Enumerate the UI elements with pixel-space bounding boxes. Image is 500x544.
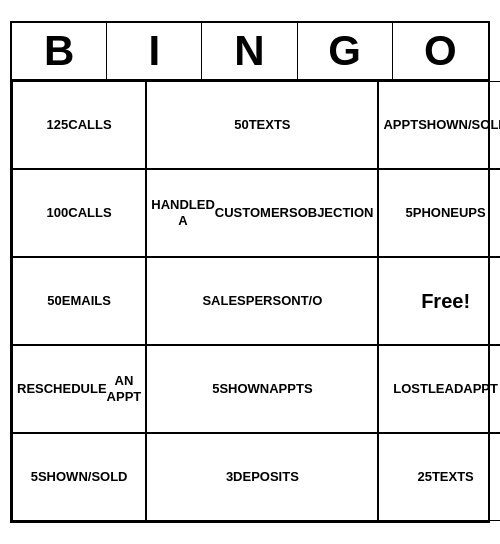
cell-text: CALLS — [68, 205, 111, 221]
cell-text: 5 — [31, 469, 38, 485]
cell-text: LOST — [393, 381, 428, 397]
cell-text: PERSON — [246, 293, 301, 309]
cell-text: LEAD — [428, 381, 463, 397]
cell-text: 50 — [47, 293, 61, 309]
cell-text: CUSTOMERS — [215, 205, 298, 221]
cell-text: TEXTS — [432, 469, 474, 485]
bingo-cell-r4c3[interactable]: LOSTLEADAPPT — [378, 345, 500, 433]
cell-text: SHOWN — [219, 381, 269, 397]
cell-text: PHONE — [413, 205, 459, 221]
cell-text: 5 — [212, 381, 219, 397]
cell-text: APPT — [383, 117, 418, 133]
cell-text: SALES — [202, 293, 245, 309]
cell-text: 25 — [417, 469, 431, 485]
cell-text: TEXTS — [249, 117, 291, 133]
cell-text: EMAILS — [62, 293, 111, 309]
cell-text: CALLS — [68, 117, 111, 133]
bingo-cell-r3c1[interactable]: 50EMAILS — [12, 257, 146, 345]
bingo-letter-i: I — [107, 23, 202, 79]
bingo-grid: 125CALLS50TEXTSAPPTSHOWN/SOLDDEPOSITSAME… — [12, 81, 488, 521]
cell-text: 3 — [226, 469, 233, 485]
bingo-letter-o: O — [393, 23, 488, 79]
cell-text: T/O — [301, 293, 323, 309]
cell-text: 50 — [234, 117, 248, 133]
cell-text: APPTS — [269, 381, 312, 397]
bingo-letter-b: B — [12, 23, 107, 79]
cell-text: AN APPT — [107, 373, 142, 404]
bingo-cell-r1c3[interactable]: APPTSHOWN/SOLD — [378, 81, 500, 169]
bingo-cell-r3c2[interactable]: SALESPERSONT/O — [146, 257, 378, 345]
bingo-cell-r4c1[interactable]: RESCHEDULEAN APPT — [12, 345, 146, 433]
bingo-cell-r2c1[interactable]: 100CALLS — [12, 169, 146, 257]
bingo-header: BINGO — [12, 23, 488, 81]
bingo-cell-r3c3[interactable]: Free! — [378, 257, 500, 345]
cell-text: HANDLED A — [151, 197, 215, 228]
bingo-cell-r4c2[interactable]: 5SHOWNAPPTS — [146, 345, 378, 433]
cell-text: 5 — [406, 205, 413, 221]
cell-text: Free! — [421, 289, 470, 313]
cell-text: APPT — [463, 381, 498, 397]
cell-text: /SOLD — [468, 117, 500, 133]
cell-text: 125 — [47, 117, 69, 133]
bingo-letter-g: G — [298, 23, 393, 79]
bingo-cell-r2c3[interactable]: 5PHONEUPS — [378, 169, 500, 257]
bingo-cell-r1c2[interactable]: 50TEXTS — [146, 81, 378, 169]
bingo-letter-n: N — [202, 23, 297, 79]
cell-text: SHOWN/SOLD — [38, 469, 128, 485]
cell-text: DEPOSITS — [233, 469, 299, 485]
cell-text: SHOWN — [418, 117, 468, 133]
bingo-cell-r5c1[interactable]: 5SHOWN/SOLD — [12, 433, 146, 521]
cell-text: 100 — [47, 205, 69, 221]
cell-text: UPS — [459, 205, 486, 221]
bingo-cell-r2c2[interactable]: HANDLED ACUSTOMERSOBJECTION — [146, 169, 378, 257]
cell-text: RESCHEDULE — [17, 381, 107, 397]
cell-text: OBJECTION — [298, 205, 374, 221]
bingo-cell-r5c3[interactable]: 25TEXTS — [378, 433, 500, 521]
bingo-cell-r1c1[interactable]: 125CALLS — [12, 81, 146, 169]
bingo-card: BINGO 125CALLS50TEXTSAPPTSHOWN/SOLDDEPOS… — [10, 21, 490, 523]
bingo-cell-r5c2[interactable]: 3DEPOSITS — [146, 433, 378, 521]
